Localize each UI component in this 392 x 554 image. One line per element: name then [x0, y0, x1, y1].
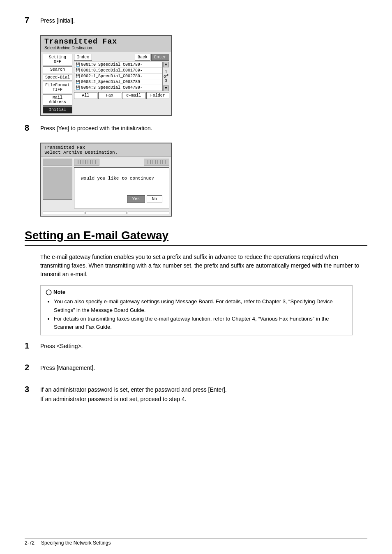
device-ui-step7: Transmitted Fax Select Archive Destinati…	[40, 35, 172, 116]
list-item-4: 💾 0004:3_SpeedDial_C004789-	[74, 85, 162, 91]
setting-btn[interactable]: SettingOFF	[43, 54, 72, 65]
note-item-2: For details on transmitting faxes using …	[54, 315, 347, 332]
search-btn[interactable]: Search	[43, 66, 72, 73]
no-button[interactable]: No	[147, 195, 162, 203]
tab-fax[interactable]: Fax	[98, 92, 122, 99]
sub-step-1-text: Press <Setting>.	[40, 342, 83, 349]
step-8-number: 8	[25, 123, 37, 133]
tab-email[interactable]: e-mail	[122, 92, 145, 99]
list-item-text-4: 0004:3_SpeedDial_C004789-	[81, 85, 143, 90]
bottom-bar-7: All Fax e-mail Folder	[74, 92, 169, 99]
yes-button[interactable]: Yes	[127, 195, 145, 203]
back-btn[interactable]: Back	[135, 54, 150, 61]
list-item-text-3: 0003:2_SpeedDial_C003789-	[81, 80, 143, 84]
dialog-left-grayed-1	[43, 159, 72, 166]
list-item-2: 💾 0002:1_SpeedDial_C002789-	[74, 74, 162, 79]
faded-btn-2: ||||||||	[144, 159, 169, 166]
sub-step-3-subtext: If an administrator password is not set,…	[40, 396, 187, 402]
dialog-tab-1	[43, 212, 84, 214]
mail-address-btn[interactable]: MailAddress	[43, 94, 72, 106]
note-list: You can also specify e-mail gateway sett…	[46, 298, 347, 332]
sub-step-2-text: Press [Management].	[40, 364, 95, 371]
sub-step-1-number: 1	[25, 341, 37, 351]
dialog-right-8: |||||||| |||||||| Would you like to cont…	[74, 159, 169, 210]
device-title-sub-7: Select Archive Destination.	[44, 46, 168, 50]
footer-section: Specifying the Network Settings	[41, 540, 111, 546]
fax-icon-1: 💾	[76, 68, 80, 73]
note-title: ◯ Note	[46, 289, 347, 295]
dialog-modal: Would you like to continue? Yes No	[74, 167, 169, 208]
index-btn[interactable]: Index	[74, 54, 92, 61]
dialog-top-faded: |||||||| ||||||||	[74, 159, 169, 166]
dialog-left-8	[43, 159, 72, 210]
list-row-7: 💾 0001:0_SpeedDial_C001789- 💾 0001:0_Spe…	[74, 62, 169, 91]
list-item-1: 💾 0001:0_SpeedDial_C001789-	[74, 68, 162, 74]
dialog-body-8: |||||||| |||||||| Would you like to cont…	[41, 157, 171, 212]
note-label: Note	[53, 289, 65, 295]
scroll-up-arrow[interactable]: ▲	[163, 62, 169, 67]
right-panel-7: Index Back Enter 💾 0001:0_SpeedDial_C001…	[74, 54, 169, 113]
device-list-7: 💾 0001:0_SpeedDial_C001789- 💾 0001:0_Spe…	[74, 62, 163, 91]
dialog-left-grayed-2	[43, 167, 72, 200]
fax-icon-0: 💾	[76, 62, 80, 67]
step-7: 7 Press [Initial].	[25, 16, 367, 25]
note-icon: ◯	[46, 289, 52, 295]
device-ui-step8: Transmitted Fax Select Archive Destinati…	[40, 143, 172, 217]
list-item-text-2: 0002:1_SpeedDial_C002789-	[81, 74, 143, 78]
section-divider	[25, 245, 367, 246]
dialog-modal-text: Would you like to continue?	[81, 176, 162, 181]
dialog-title-sub-8: Select Archive Destination.	[44, 150, 168, 155]
list-item-3: 💾 0003:2_SpeedDial_C003789-	[74, 79, 162, 85]
sub-step-3: 3 If an administrator password is set, e…	[25, 385, 367, 402]
speed-dial-btn[interactable]: Speed-Dial	[43, 74, 72, 81]
note-item-1: You can also specify e-mail gateway sett…	[54, 298, 347, 315]
tab-folder[interactable]: Folder	[146, 92, 170, 99]
list-item-text-0: 0001:0_SpeedDial_C001789-	[81, 62, 143, 67]
faded-btn-1: ||||||||	[74, 159, 99, 166]
dialog-modal-buttons: Yes No	[81, 195, 162, 203]
sub-step-3-number: 3	[25, 385, 37, 394]
device-title-bar-7: Transmitted Fax Select Archive Destinati…	[41, 36, 171, 52]
page-indicator: 1of3	[164, 70, 168, 83]
footer-page-num: 2-72	[25, 540, 35, 546]
section-heading: Setting an E-mail Gateway	[25, 229, 367, 242]
fax-icon-2: 💾	[76, 74, 80, 78]
device-body-7: SettingOFF Search Speed-Dial FileFormatT…	[41, 52, 171, 115]
list-item-text-1: 0001:0_SpeedDial_C001789-	[81, 68, 143, 73]
tab-all[interactable]: All	[74, 92, 97, 99]
sub-step-2: 2 Press [Management].	[25, 364, 367, 372]
note-box: ◯ Note You can also specify e-mail gatew…	[40, 285, 353, 335]
list-item-0: 💾 0001:0_SpeedDial_C001789-	[74, 62, 162, 68]
dialog-tab-2	[85, 212, 127, 214]
sub-step-1: 1 Press <Setting>.	[25, 342, 367, 351]
dialog-bottom-bar	[41, 212, 171, 216]
step-8-text: Press [Yes] to proceed with the initiali…	[40, 124, 152, 132]
sub-step-3-text: If an administrator password is set, ent…	[40, 385, 227, 393]
file-format-btn[interactable]: FileFormatTIFF	[43, 82, 72, 93]
step-7-number: 7	[25, 16, 37, 25]
dialog-tab-3	[128, 212, 169, 214]
section-description: The e-mail gateway function enables you …	[40, 253, 367, 279]
dialog-title-bar-8: Transmitted Fax Select Archive Destinati…	[41, 143, 171, 157]
scroll-down-arrow[interactable]: ▼	[163, 85, 169, 91]
page-footer: 2-72 Specifying the Network Settings	[25, 538, 367, 546]
initial-btn[interactable]: Initial	[43, 106, 72, 113]
step-7-text: Press [Initial].	[40, 16, 75, 24]
fax-icon-4: 💾	[76, 85, 80, 90]
left-panel-7: SettingOFF Search Speed-Dial FileFormatT…	[43, 54, 72, 113]
device-title-main-7: Transmitted Fax	[44, 37, 168, 46]
fax-icon-3: 💾	[76, 80, 80, 84]
scroll-panel-7: ▲ 1of3 ▼	[163, 62, 169, 91]
sub-step-2-number: 2	[25, 363, 37, 372]
enter-btn[interactable]: Enter	[151, 54, 169, 61]
top-bar-7: Index Back Enter	[74, 54, 169, 61]
dialog-title-main-8: Transmitted Fax	[44, 145, 168, 150]
step-8: 8 Press [Yes] to proceed with the initia…	[25, 124, 367, 133]
